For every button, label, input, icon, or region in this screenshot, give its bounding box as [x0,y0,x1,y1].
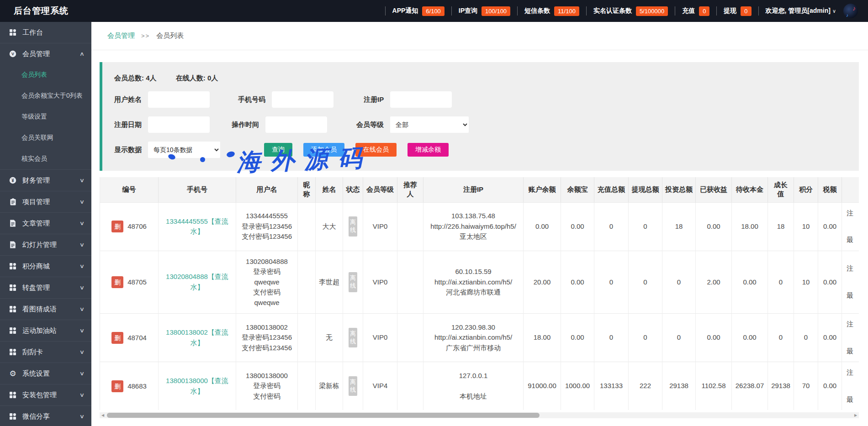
breadcrumb: 会员管理 >> 会员列表 [91,22,868,50]
sidebar-subitem[interactable]: 等级设置 [0,106,91,127]
stat-badge: 0 [741,6,751,16]
avatar[interactable]: ♪ ♪ [843,4,858,18]
sidebar-item-10[interactable]: 刮刮卡∨ [0,342,91,363]
column-header: 姓名 [316,177,343,202]
sidebar-subitem[interactable]: 会员列表 [0,64,91,85]
cell-id: 删48705 [100,251,159,314]
column-header: 账户余额 [524,177,561,202]
cell-phone_link: 13800138002【查流水】 [159,314,236,362]
breadcrumb-parent-link[interactable]: 会员管理 [107,32,135,40]
phone-input[interactable] [272,91,333,108]
cell-nickname [298,314,316,362]
workspace: 会员管理 >> 会员列表 会员总数: 4人 在线人数: 0人 用户姓名 手机号码… [91,22,868,426]
sidebar-item-8[interactable]: 看图猜成语∨ [0,299,91,320]
cell-status: 离线 [343,314,363,362]
member-id: 48704 [127,334,147,342]
sidebar-subitem[interactable]: 会员关联网 [0,127,91,148]
delete-button[interactable]: 删 [111,332,123,344]
member-id: 48683 [127,382,147,390]
stat-label: 充值 [682,7,695,15]
sidebar-item-7[interactable]: 转盘管理∨ [0,277,91,298]
action-button-添加会员[interactable]: 添加会员 [303,143,344,157]
sidebar-item-label: 积分商城 [22,262,50,271]
delete-button[interactable]: 删 [111,221,123,232]
sidebar-item-11[interactable]: ⚙系统设置∨ [0,363,91,384]
sidebar-subitem[interactable]: 核实会员 [0,148,91,169]
clipped-text: 最 [847,235,853,245]
sidebar-item-4[interactable]: 文章管理∨ [0,213,91,234]
divider [716,6,717,16]
reg-date-input[interactable] [148,116,210,133]
cell-nickname [298,362,316,410]
sidebar-item-3[interactable]: 项目管理∨ [0,191,91,212]
op-time-label: 操作时间 [232,121,259,129]
scroll-right-arrow[interactable]: ▶ [852,413,859,417]
member-level-select[interactable]: 全部 [390,116,469,133]
username-input[interactable] [148,91,210,108]
sidebar-item-9[interactable]: 运动加油站∨ [0,320,91,341]
delete-button[interactable]: 删 [111,380,123,392]
op-time-input[interactable] [265,116,327,133]
action-button-增减余额[interactable]: 增减余额 [408,143,449,157]
grid-icon [8,391,17,399]
divider [586,6,587,16]
phone-flow-link[interactable]: 13800138000【查流水】 [166,377,228,395]
topbar-stat[interactable]: 充值0 [682,6,709,16]
topbar-stat[interactable]: 提现0 [724,6,751,16]
reg-ip-input[interactable] [390,91,452,108]
action-button-查询[interactable]: 查询 [264,143,292,157]
cell-invest_total: 18 [662,202,696,251]
table-row: 删4870613344445555【查流水】13344445555 登录密码12… [100,202,859,251]
divider [758,6,759,16]
sidebar-item-label: 安装包管理 [22,391,57,400]
cell-balance: 0.00 [524,202,561,251]
topbar-stat[interactable]: 实名认证条数5/100000 [593,6,668,16]
sidebar-submenu: 会员列表会员余额宝大于0列表等级设置会员关联网核实会员 [0,64,91,169]
phone-flow-link[interactable]: 13800138002【查流水】 [166,328,228,347]
scrollbar-thumb[interactable] [107,413,540,418]
sidebar-item-5[interactable]: 幻灯片管理∨ [0,234,91,255]
status-badge: 离线 [349,328,357,348]
cell-recharge_total: 0 [594,202,629,251]
delete-button[interactable]: 删 [111,276,123,288]
phone-flow-link[interactable]: 13020804888【查流水】 [166,273,228,291]
topbar-stat[interactable]: APP通知6/100 [392,6,445,16]
clipped-text: 注 [847,319,853,330]
sidebar-item-2[interactable]: ¥财务管理∨ [0,170,91,191]
action-button-在线会员[interactable]: 在线会员 [355,143,397,157]
sidebar-item-6[interactable]: 积分商城∨ [0,256,91,277]
chevron-down-icon: ∨ [79,263,85,269]
cell-level: VIP4 [363,362,397,410]
topbar-stat[interactable]: IP查询100/100 [459,6,510,16]
sidebar-item-0[interactable]: 工作台 [0,22,91,43]
clipped-text: 最 [847,346,853,357]
cell-referrer [397,362,423,410]
member-id: 48705 [127,278,147,286]
sidebar-group: 幻灯片管理∨ [0,234,91,256]
cell-earned: 2.00 [696,251,732,314]
page-size-select[interactable]: 每页10条数据 [148,142,220,158]
horizontal-scrollbar[interactable]: ◀ ▶ [100,412,859,418]
welcome-text[interactable]: 欢迎您, 管理员[admin] [766,7,831,15]
cell-id: 删48683 [100,362,159,410]
grid-icon [8,29,17,36]
stat-label: 实名认证条数 [593,7,632,15]
cell-user_info: 13800138000 登录密码 支付密码 [236,362,298,410]
phone-flow-link[interactable]: 13344445555【查流水】 [166,217,228,236]
cell-clipped: 注最 [842,202,859,251]
cell-recharge_total: 0 [594,314,629,362]
cell-points: 10 [794,251,818,314]
sidebar-item-1[interactable]: V会员管理∧ [0,43,91,64]
cell-invest_total: 0 [662,251,696,314]
cell-tax: 0.00 [818,314,842,362]
cell-id: 删48704 [100,314,159,362]
topbar-stat[interactable]: 短信条数11/100 [524,6,579,16]
sidebar-subitem[interactable]: 会员余额宝大于0列表 [0,85,91,106]
sidebar-item-13[interactable]: 微信分享∨ [0,406,91,426]
stat-badge: 100/100 [482,6,510,16]
sidebar-item-12[interactable]: 安装包管理∨ [0,384,91,405]
clipped-text: 注 [847,368,853,378]
chevron-down-icon[interactable]: ∨ [832,8,836,14]
scroll-left-arrow[interactable]: ◀ [100,413,106,417]
svg-text:V: V [11,52,14,56]
